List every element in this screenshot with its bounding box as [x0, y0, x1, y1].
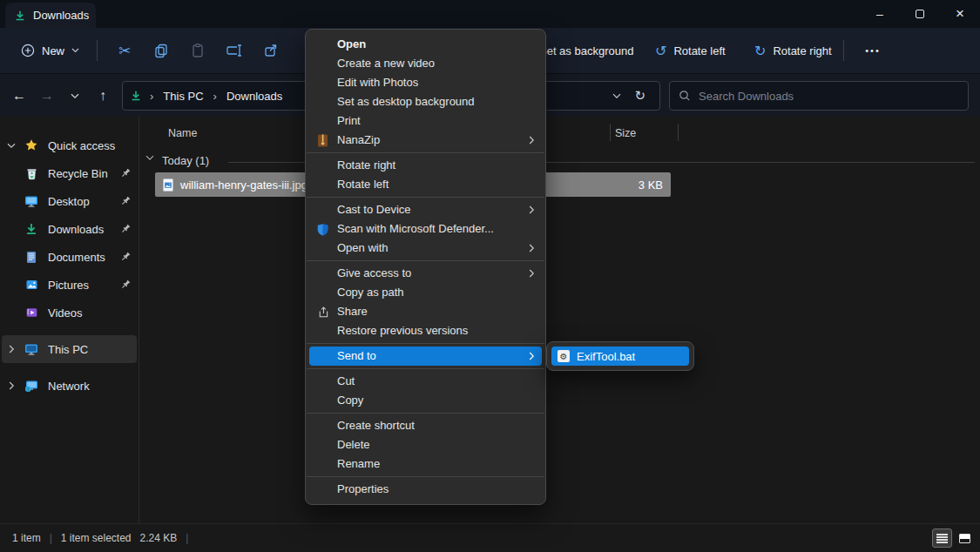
- back-icon: ←: [12, 88, 26, 104]
- chevron-down-icon[interactable]: [145, 155, 154, 161]
- back-button[interactable]: ←: [5, 82, 33, 110]
- pin-icon: [120, 279, 131, 290]
- menu-item-properties[interactable]: Properties: [306, 480, 545, 499]
- pin-icon: [120, 224, 131, 234]
- defender-shield-icon: [315, 222, 329, 236]
- close-icon: ×: [956, 5, 964, 23]
- sidebar-item-recycle-bin[interactable]: Recycle Bin: [2, 159, 137, 187]
- menu-item-cut[interactable]: Cut: [306, 372, 545, 391]
- submenu-arrow-icon: [529, 205, 535, 214]
- search-icon: [679, 90, 691, 102]
- forward-icon: →: [40, 88, 54, 104]
- toolbar-divider: [97, 40, 98, 61]
- maximize-icon: [916, 10, 924, 18]
- column-divider[interactable]: [610, 124, 611, 141]
- breadcrumb-downloads[interactable]: Downloads: [225, 88, 284, 104]
- sidebar-item-quick-access[interactable]: Quick access: [2, 131, 137, 159]
- thumbnail-view-button[interactable]: [955, 528, 975, 548]
- refresh-button[interactable]: ↻: [627, 88, 652, 104]
- menu-item-edit-with-photos[interactable]: Edit with Photos: [306, 73, 545, 92]
- forward-button[interactable]: →: [33, 82, 61, 110]
- menu-item-open-with[interactable]: Open with: [306, 239, 545, 258]
- submenu-item-label: ExifTool.bat: [577, 350, 635, 363]
- new-button[interactable]: New: [12, 38, 88, 63]
- downloads-icon: [130, 90, 142, 102]
- sidebar-item-this-pc[interactable]: This PC: [2, 335, 137, 363]
- window-controls: – ×: [860, 0, 980, 28]
- menu-item-give-access-to[interactable]: Give access to: [306, 264, 545, 283]
- pin-icon: [120, 196, 131, 206]
- menu-item-rotate-right[interactable]: Rotate right: [306, 156, 545, 175]
- recent-locations-button[interactable]: [61, 82, 89, 110]
- paste-icon: [190, 43, 206, 58]
- menu-item-create-a-new-video[interactable]: Create a new video: [306, 54, 545, 73]
- search-box[interactable]: [669, 81, 969, 111]
- file-list-pane: Name Size Today (1) william-henry-gates-…: [140, 117, 980, 523]
- menu-item-delete[interactable]: Delete: [306, 435, 545, 454]
- search-input[interactable]: [699, 90, 959, 103]
- sidebar-item-label: Downloads: [48, 223, 104, 236]
- column-header-name[interactable]: Name: [168, 127, 197, 139]
- sidebar-item-pictures[interactable]: Pictures: [2, 271, 137, 299]
- explorer-tab[interactable]: Downloads: [5, 3, 96, 28]
- rename-button[interactable]: [216, 35, 253, 66]
- address-dropdown-icon[interactable]: [612, 93, 621, 99]
- toolbar-divider: [843, 40, 844, 61]
- context-menu: Open Create a new video Edit with Photos…: [305, 29, 546, 505]
- chevron-right-icon: [2, 381, 21, 390]
- menu-item-cast-to-device[interactable]: Cast to Device: [306, 200, 545, 219]
- share-button[interactable]: [253, 35, 289, 66]
- menu-item-print[interactable]: Print: [306, 111, 545, 131]
- sidebar-item-downloads[interactable]: Downloads: [2, 215, 137, 243]
- cut-button[interactable]: ✂: [106, 35, 143, 66]
- menu-item-restore-previous-versions[interactable]: Restore previous versions: [306, 321, 545, 340]
- column-divider[interactable]: [678, 124, 679, 141]
- navigation-pane: Quick access Recycle Bin Desktop Downloa…: [0, 117, 139, 523]
- details-view-button[interactable]: [932, 528, 952, 548]
- sidebar-item-label: Documents: [48, 251, 105, 264]
- selection-count: 1 item selected: [61, 532, 132, 544]
- menu-item-scan-with-microsoft-defender[interactable]: Scan with Microsoft Defender...: [306, 219, 545, 239]
- menu-item-share[interactable]: Share: [306, 302, 545, 321]
- set-as-background-button[interactable]: Set as background: [539, 28, 633, 73]
- copy-button[interactable]: [143, 35, 179, 66]
- menu-item-rename[interactable]: Rename: [306, 454, 545, 474]
- sidebar-item-label: Videos: [48, 306, 83, 320]
- sidebar-item-documents[interactable]: Documents: [2, 243, 137, 271]
- menu-separator: [307, 413, 544, 414]
- breadcrumb-this-pc[interactable]: This PC: [161, 88, 205, 104]
- sidebar-item-desktop[interactable]: Desktop: [2, 187, 137, 215]
- column-header-size[interactable]: Size: [615, 127, 636, 139]
- refresh-icon: ↻: [634, 88, 645, 103]
- minimize-button[interactable]: –: [860, 0, 900, 28]
- downloads-icon: [21, 222, 42, 236]
- close-button[interactable]: ×: [940, 0, 980, 28]
- item-count: 1 item: [12, 532, 41, 544]
- menu-item-create-shortcut[interactable]: Create shortcut: [306, 416, 545, 435]
- menu-item-copy-as-path[interactable]: Copy as path: [306, 283, 545, 302]
- copy-icon: [153, 43, 169, 58]
- maximize-button[interactable]: [900, 0, 940, 28]
- see-more-button[interactable]: •••: [857, 40, 889, 61]
- up-icon: ↑: [99, 88, 106, 104]
- rotate-left-button[interactable]: ↺ Rotate left: [655, 28, 726, 73]
- rotate-right-button[interactable]: ↻ Rotate right: [754, 28, 832, 73]
- sidebar-item-videos[interactable]: Videos: [2, 299, 137, 326]
- menu-item-nanazip[interactable]: NanaZip: [306, 131, 545, 150]
- submenu-arrow-icon: [529, 269, 535, 278]
- paste-button[interactable]: [179, 35, 216, 66]
- menu-separator: [307, 197, 544, 198]
- network-icon: [21, 380, 42, 393]
- submenu-item-exiftool[interactable]: ⚙ ExifTool.bat: [551, 347, 689, 366]
- menu-item-set-as-desktop-background[interactable]: Set as desktop background: [306, 92, 545, 111]
- menu-item-send-to[interactable]: Send to: [309, 347, 542, 366]
- rotate-left-label: Rotate left: [673, 44, 725, 57]
- downloads-icon: [14, 10, 26, 22]
- menu-item-open[interactable]: Open: [306, 35, 545, 54]
- cut-icon: ✂: [118, 42, 131, 60]
- menu-item-copy[interactable]: Copy: [306, 391, 545, 410]
- up-button[interactable]: ↑: [89, 82, 117, 110]
- menu-item-rotate-left[interactable]: Rotate left: [306, 175, 545, 194]
- group-header-today[interactable]: Today (1): [140, 151, 980, 171]
- sidebar-item-network[interactable]: Network: [2, 372, 137, 400]
